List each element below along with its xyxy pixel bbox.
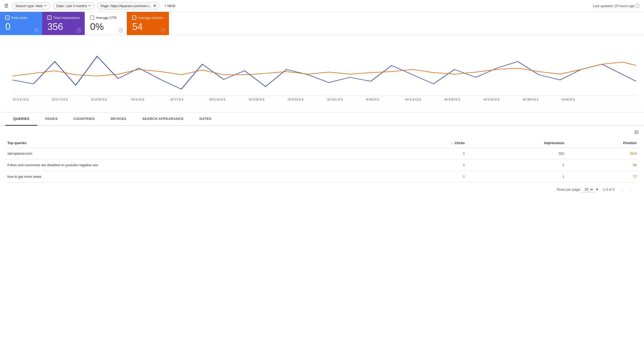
date-pencil: ✏ — [88, 4, 91, 8]
x-label-5: 3/13/21 — [209, 98, 226, 101]
total-clicks-label: ✓ Total clicks — [5, 16, 37, 20]
page-range: 1-3 of 3 — [603, 188, 615, 191]
page-chip[interactable]: Page: https://kparser.com/how-t... ✕ — [97, 2, 160, 9]
col-header-position[interactable]: Position — [566, 138, 639, 148]
x-label-2: 2/23/21 — [91, 98, 107, 101]
total-impressions-label: ✓ Total impressions — [47, 16, 79, 20]
queries-table: Top queries ↓ Clicks Impressions Positio… — [5, 138, 639, 183]
table-section: ⊟ Top queries ↓ Clicks Impressions Posit… — [0, 126, 644, 196]
page-navigation: ‹ › — [619, 186, 635, 193]
orange-line — [12, 62, 636, 76]
tab-pages[interactable]: PAGES — [37, 113, 66, 126]
average-ctr-value: 0% — [90, 21, 121, 32]
table-header-row: Top queries ↓ Clicks Impressions Positio… — [5, 138, 639, 148]
table-filter-icon[interactable]: ⊟ — [634, 129, 639, 135]
total-clicks-checkbox[interactable]: ✓ — [5, 16, 9, 20]
x-label-10: 4/12/21 — [405, 98, 421, 101]
average-position-label: ✓ Average position — [132, 16, 164, 20]
impressions-cell: 302 — [467, 148, 566, 159]
x-label-3: 3/1/21 — [131, 98, 145, 101]
search-type-label: Search type: Web — [16, 4, 43, 8]
clicks-cell: 0 — [393, 171, 467, 183]
rows-per-page-selector: Rows per page: 10 25 50 ▼ — [557, 186, 599, 192]
search-type-pencil: ✏ — [44, 4, 47, 8]
x-label-14: 5/6/21 — [561, 98, 575, 101]
tab-queries[interactable]: QUERIES — [5, 113, 37, 126]
average-position-card[interactable]: ✓ Average position 54 ? — [127, 12, 169, 35]
impressions-cell: 1 — [467, 159, 566, 171]
top-bar-left: ☰ Search type: Web ✏ Date: Last 3 months… — [4, 2, 178, 9]
line-chart: 2/11/21 2/17/21 2/23/21 3/1/21 3/7/21 3/… — [8, 41, 636, 104]
sort-arrow-icon: ↓ — [451, 141, 453, 145]
col-header-impressions[interactable]: Impressions — [467, 138, 566, 148]
clicks-cell: 0 — [393, 159, 467, 171]
x-label-0: 2/11/21 — [12, 98, 29, 101]
table-row[interactable]: how to get more views 0 1 77 — [5, 171, 639, 183]
impressions-cell: 1 — [467, 171, 566, 183]
page-chip-close[interactable]: ✕ — [153, 4, 156, 8]
col-header-clicks[interactable]: ↓ Clicks — [393, 138, 467, 148]
chart-container: 2/11/21 2/17/21 2/23/21 3/1/21 3/7/21 3/… — [0, 35, 644, 113]
x-label-11: 4/18/21 — [444, 98, 461, 101]
pagination-row: Rows per page: 10 25 50 ▼ 1-3 of 3 ‹ › — [5, 183, 639, 196]
rows-per-page-select[interactable]: 10 25 50 — [582, 186, 594, 192]
tab-dates[interactable]: DATES — [192, 113, 219, 126]
query-cell: if likes and comments are disabled on yo… — [5, 159, 393, 171]
average-position-value: 54 — [132, 21, 164, 32]
x-label-4: 3/7/21 — [170, 98, 184, 101]
table-row[interactable]: if likes and comments are disabled on yo… — [5, 159, 639, 171]
tab-search-appearance[interactable]: SEARCH APPEARANCE — [134, 113, 192, 126]
x-label-1: 2/17/21 — [52, 98, 68, 101]
total-clicks-value: 0 — [5, 21, 37, 32]
x-label-12: 4/24/21 — [483, 98, 500, 101]
metrics-row: ✓ Total clicks 0 ? ✓ Total impressions 3… — [0, 12, 644, 35]
total-clicks-info-icon[interactable]: ? — [34, 28, 38, 32]
x-label-9: 4/6/21 — [366, 98, 380, 101]
dropdown-arrow-icon: ▼ — [595, 188, 599, 191]
col-header-query: Top queries — [5, 138, 393, 148]
menu-icon[interactable]: ☰ — [4, 3, 8, 9]
average-ctr-card[interactable]: Average CTR 0% ? — [85, 12, 127, 35]
table-filter-row: ⊟ — [5, 126, 639, 138]
total-impressions-card[interactable]: ✓ Total impressions 356 ? — [42, 12, 85, 35]
new-button[interactable]: + NEW — [162, 3, 178, 9]
average-ctr-info-icon[interactable]: ? — [119, 28, 123, 32]
prev-page-button[interactable]: ‹ — [619, 186, 626, 193]
total-impressions-info-icon[interactable]: ? — [77, 28, 81, 32]
table-row[interactable]: site:kparser.com 0 302 59.8 — [5, 148, 639, 159]
search-type-chip[interactable]: Search type: Web ✏ — [12, 2, 50, 9]
average-position-checkbox[interactable]: ✓ — [132, 16, 136, 20]
tab-countries[interactable]: COUNTRIES — [66, 113, 103, 126]
position-cell: 59.8 — [566, 148, 639, 159]
average-ctr-label: Average CTR — [90, 16, 121, 20]
x-label-8: 3/31/21 — [326, 98, 343, 101]
total-impressions-checkbox[interactable]: ✓ — [47, 16, 52, 20]
query-cell: how to get more views — [5, 171, 393, 183]
date-label: Date: Last 3 months — [56, 4, 87, 8]
next-page-button[interactable]: › — [627, 186, 635, 193]
position-cell: 77 — [566, 171, 639, 183]
tab-devices[interactable]: DEVICES — [103, 113, 134, 126]
top-bar: ☰ Search type: Web ✏ Date: Last 3 months… — [0, 0, 644, 12]
x-label-13: 4/30/21 — [522, 98, 539, 101]
x-label-7: 3/25/21 — [287, 98, 304, 101]
average-ctr-checkbox[interactable] — [90, 16, 94, 20]
total-impressions-value: 356 — [47, 21, 79, 32]
query-cell: site:kparser.com — [5, 148, 393, 159]
last-updated: Last updated: 25 hours ago i — [593, 4, 640, 8]
date-chip[interactable]: Date: Last 3 months ✏ — [53, 2, 94, 9]
x-label-6: 3/19/21 — [248, 98, 265, 101]
total-clicks-card[interactable]: ✓ Total clicks 0 ? — [0, 12, 42, 35]
last-updated-info-icon[interactable]: i — [636, 4, 640, 8]
tabs-row: QUERIES PAGES COUNTRIES DEVICES SEARCH A… — [0, 113, 644, 126]
page-label: Page: https://kparser.com/how-t... — [100, 4, 152, 8]
clicks-cell: 0 — [393, 148, 467, 159]
average-position-info-icon[interactable]: ? — [161, 28, 165, 32]
position-cell: 58 — [566, 159, 639, 171]
